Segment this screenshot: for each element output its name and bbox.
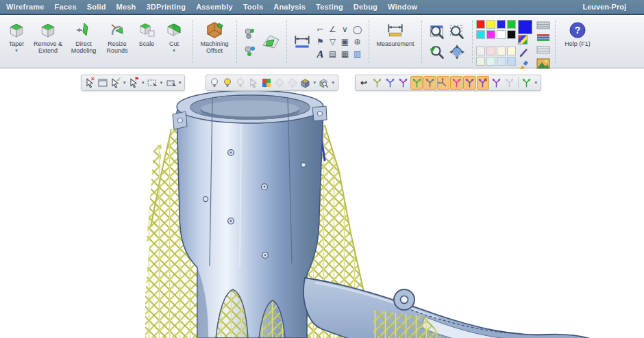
- color-picker-pen-icon[interactable]: [518, 47, 530, 59]
- orbit-rotate-icon[interactable]: [448, 43, 466, 61]
- color-swatch-pale-6[interactable]: [486, 57, 495, 66]
- pick-flag-cursor-icon[interactable]: ⚑: [127, 76, 140, 90]
- marquee-out-icon[interactable]: [164, 76, 177, 90]
- confirm-pick-cursor-icon[interactable]: ✓: [110, 76, 122, 90]
- zoom-window-icon[interactable]: [428, 23, 446, 41]
- reverse-direction-icon[interactable]: ↩: [358, 76, 370, 90]
- layer-color-table-icon[interactable]: [535, 32, 552, 43]
- deselect-cursor-icon[interactable]: ✕: [84, 76, 96, 90]
- support-tree-gray-icon[interactable]: [423, 76, 436, 90]
- support-new-dropdown-icon[interactable]: ▾: [534, 80, 538, 86]
- label-dimension-icon[interactable]: ⚑: [314, 36, 326, 48]
- support-disabled-icon[interactable]: [503, 76, 515, 90]
- menu-analysis[interactable]: Analysis: [273, 3, 306, 11]
- color-swatch-pale-3[interactable]: [497, 47, 506, 55]
- menu-3dprinting[interactable]: 3DPrinting: [147, 3, 186, 11]
- linear-dimension-icon[interactable]: [291, 31, 313, 53]
- support-new-green-icon[interactable]: [520, 76, 532, 90]
- bulb-on-icon[interactable]: [221, 76, 234, 90]
- view-box-dropdown-icon[interactable]: ▾: [312, 80, 317, 86]
- color-swatch-pale-1[interactable]: [476, 47, 485, 55]
- menu-solid[interactable]: Solid: [87, 3, 106, 11]
- 3d-model-canvas[interactable]: [0, 69, 644, 338]
- menu-mesh[interactable]: Mesh: [116, 3, 136, 11]
- color-swatch-magenta[interactable]: [486, 30, 495, 39]
- marquee-in-dropdown-icon[interactable]: ▾: [159, 80, 164, 86]
- color-swatch-green[interactable]: [507, 20, 516, 29]
- support-arrow-left-icon[interactable]: [437, 76, 449, 90]
- pick-flag-dropdown-icon[interactable]: ▾: [140, 80, 145, 86]
- section-box-dropdown-icon[interactable]: ▾: [331, 80, 336, 86]
- diamond-tool-icon-2[interactable]: [286, 76, 299, 90]
- menu-tools[interactable]: Tools: [243, 3, 264, 11]
- angle-dimension-icon[interactable]: ∠: [327, 24, 338, 36]
- support-cluster-purple-icon[interactable]: [397, 76, 410, 90]
- support-tree-blue-icon[interactable]: [384, 76, 396, 90]
- filter-dropdown-icon[interactable]: ▾: [122, 80, 127, 86]
- color-swatch-white[interactable]: [497, 30, 506, 39]
- menu-testing[interactable]: Testing: [316, 3, 343, 11]
- support-cart-purple-icon[interactable]: [463, 76, 475, 90]
- taper-dropdown-icon[interactable]: ▾: [15, 48, 18, 53]
- help-button[interactable]: ? Help (F1): [560, 18, 595, 65]
- circle-dimension-icon[interactable]: ◯: [351, 24, 363, 36]
- mesh-trim-icon[interactable]: [243, 43, 258, 58]
- bulb-partial-icon[interactable]: [234, 76, 247, 90]
- taper-button[interactable]: Taper ▾: [3, 18, 30, 65]
- zoom-selected-icon[interactable]: [428, 43, 446, 61]
- zoom-extents-icon[interactable]: [448, 23, 466, 41]
- cursor-disabled-icon[interactable]: [247, 76, 260, 90]
- section-box-icon[interactable]: [318, 76, 330, 90]
- support-delete-icon[interactable]: ✕: [477, 76, 489, 90]
- datum-triangle-icon[interactable]: ▽: [327, 36, 338, 48]
- color-swatch-blue[interactable]: [497, 20, 506, 29]
- inherit-color-icon[interactable]: [260, 76, 273, 90]
- support-tree-green-icon[interactable]: [410, 76, 423, 90]
- arc-dimension-icon[interactable]: ⌐: [314, 24, 326, 36]
- view-box-icon[interactable]: [299, 76, 312, 90]
- menu-faces[interactable]: Faces: [55, 3, 77, 11]
- prism-tool-icon[interactable]: [259, 30, 282, 53]
- menu-wireframe[interactable]: Wireframe: [6, 3, 45, 11]
- color-swatch-pale-5[interactable]: [476, 57, 485, 66]
- machining-offset-button[interactable]: Machining Offset: [197, 18, 232, 65]
- taper-dimension-icon[interactable]: ∨: [339, 24, 351, 36]
- diamond-tool-icon-1[interactable]: [273, 76, 286, 90]
- menu-assembly[interactable]: Assembly: [196, 3, 233, 11]
- color-swatch-pale-8[interactable]: [507, 57, 516, 66]
- cut-dropdown-icon[interactable]: ▾: [173, 48, 175, 53]
- color-swatch-pale-4[interactable]: [507, 47, 516, 55]
- support-cone-gray-icon[interactable]: [371, 76, 383, 90]
- color-swatch-pale-2[interactable]: [486, 47, 495, 55]
- color-swatch-red[interactable]: [476, 20, 485, 29]
- inspect-note-icon[interactable]: ▤: [327, 49, 338, 60]
- render-image-icon[interactable]: [535, 57, 552, 70]
- report-chart-icon[interactable]: ▥: [351, 49, 363, 60]
- layer-list-icon[interactable]: [535, 20, 552, 31]
- marquee-out-dropdown-icon[interactable]: ▾: [177, 80, 182, 86]
- support-single-purple-icon[interactable]: [490, 76, 502, 90]
- text-annotation-icon[interactable]: A: [314, 49, 326, 60]
- cut-button[interactable]: Cut ▾: [160, 18, 188, 65]
- image-annotation-icon[interactable]: ▣: [339, 36, 351, 48]
- mesh-refine-icon[interactable]: [243, 26, 258, 41]
- color-swatch-cyan[interactable]: [476, 30, 485, 39]
- color-swatch-active-blue[interactable]: [518, 20, 532, 34]
- color-swatch-black[interactable]: [507, 30, 516, 39]
- bulb-off-icon[interactable]: [208, 76, 221, 90]
- measurement-button[interactable]: Measurement: [373, 18, 417, 65]
- direct-modeling-button[interactable]: Direct Modeling: [66, 18, 101, 65]
- resize-rounds-button[interactable]: Resize Rounds: [101, 18, 133, 65]
- marquee-in-icon[interactable]: [146, 76, 158, 90]
- menu-debug[interactable]: Debug: [354, 3, 377, 11]
- menu-window[interactable]: Window: [388, 3, 417, 11]
- pick-filter-window-icon[interactable]: [97, 76, 109, 90]
- list-rows-icon[interactable]: [535, 44, 552, 55]
- scale-button[interactable]: Scale: [133, 18, 160, 65]
- target-point-icon[interactable]: ⊕: [351, 36, 363, 48]
- table-annotation-icon[interactable]: ▦: [339, 49, 351, 60]
- remove-extend-button[interactable]: Remove & Extend: [30, 18, 66, 65]
- color-swatch-pale-7[interactable]: [497, 57, 506, 66]
- support-tree-pink-icon[interactable]: [450, 76, 462, 90]
- color-swatch-yellow[interactable]: [486, 20, 495, 29]
